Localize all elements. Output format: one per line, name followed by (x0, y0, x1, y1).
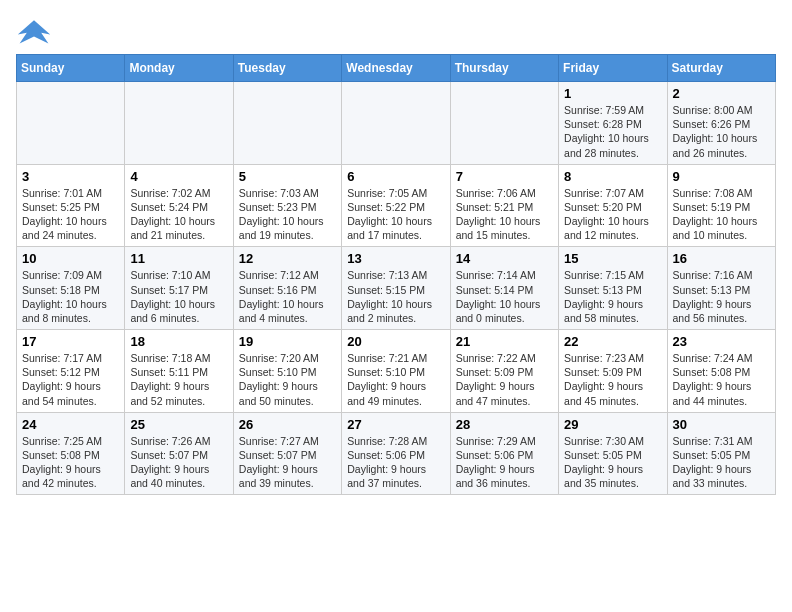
calendar-week-5: 24Sunrise: 7:25 AMSunset: 5:08 PMDayligh… (17, 412, 776, 495)
calendar-cell: 20Sunrise: 7:21 AMSunset: 5:10 PMDayligh… (342, 330, 450, 413)
calendar-cell: 3Sunrise: 7:01 AMSunset: 5:25 PMDaylight… (17, 164, 125, 247)
calendar-cell: 19Sunrise: 7:20 AMSunset: 5:10 PMDayligh… (233, 330, 341, 413)
day-detail: Sunrise: 7:08 AMSunset: 5:19 PMDaylight:… (673, 186, 770, 243)
logo (16, 16, 56, 46)
day-number: 23 (673, 334, 770, 349)
day-detail: Sunrise: 7:26 AMSunset: 5:07 PMDaylight:… (130, 434, 227, 491)
weekday-header-thursday: Thursday (450, 55, 558, 82)
calendar-cell: 1Sunrise: 7:59 AMSunset: 6:28 PMDaylight… (559, 82, 667, 165)
day-detail: Sunrise: 8:00 AMSunset: 6:26 PMDaylight:… (673, 103, 770, 160)
day-number: 12 (239, 251, 336, 266)
day-number: 19 (239, 334, 336, 349)
calendar-cell (233, 82, 341, 165)
calendar-header: SundayMondayTuesdayWednesdayThursdayFrid… (17, 55, 776, 82)
calendar-cell: 22Sunrise: 7:23 AMSunset: 5:09 PMDayligh… (559, 330, 667, 413)
day-number: 2 (673, 86, 770, 101)
weekday-header-row: SundayMondayTuesdayWednesdayThursdayFrid… (17, 55, 776, 82)
calendar-cell: 6Sunrise: 7:05 AMSunset: 5:22 PMDaylight… (342, 164, 450, 247)
weekday-header-wednesday: Wednesday (342, 55, 450, 82)
day-number: 18 (130, 334, 227, 349)
calendar-cell: 29Sunrise: 7:30 AMSunset: 5:05 PMDayligh… (559, 412, 667, 495)
calendar-cell: 16Sunrise: 7:16 AMSunset: 5:13 PMDayligh… (667, 247, 775, 330)
calendar-table: SundayMondayTuesdayWednesdayThursdayFrid… (16, 54, 776, 495)
day-number: 7 (456, 169, 553, 184)
page-header (16, 16, 776, 46)
day-detail: Sunrise: 7:09 AMSunset: 5:18 PMDaylight:… (22, 268, 119, 325)
day-detail: Sunrise: 7:18 AMSunset: 5:11 PMDaylight:… (130, 351, 227, 408)
calendar-cell: 10Sunrise: 7:09 AMSunset: 5:18 PMDayligh… (17, 247, 125, 330)
day-detail: Sunrise: 7:30 AMSunset: 5:05 PMDaylight:… (564, 434, 661, 491)
calendar-cell: 21Sunrise: 7:22 AMSunset: 5:09 PMDayligh… (450, 330, 558, 413)
svg-marker-0 (18, 20, 50, 43)
calendar-cell: 15Sunrise: 7:15 AMSunset: 5:13 PMDayligh… (559, 247, 667, 330)
calendar-cell: 11Sunrise: 7:10 AMSunset: 5:17 PMDayligh… (125, 247, 233, 330)
calendar-week-4: 17Sunrise: 7:17 AMSunset: 5:12 PMDayligh… (17, 330, 776, 413)
day-detail: Sunrise: 7:14 AMSunset: 5:14 PMDaylight:… (456, 268, 553, 325)
calendar-cell: 9Sunrise: 7:08 AMSunset: 5:19 PMDaylight… (667, 164, 775, 247)
day-detail: Sunrise: 7:25 AMSunset: 5:08 PMDaylight:… (22, 434, 119, 491)
calendar-cell (17, 82, 125, 165)
day-number: 11 (130, 251, 227, 266)
calendar-cell: 5Sunrise: 7:03 AMSunset: 5:23 PMDaylight… (233, 164, 341, 247)
day-detail: Sunrise: 7:02 AMSunset: 5:24 PMDaylight:… (130, 186, 227, 243)
day-detail: Sunrise: 7:16 AMSunset: 5:13 PMDaylight:… (673, 268, 770, 325)
day-detail: Sunrise: 7:27 AMSunset: 5:07 PMDaylight:… (239, 434, 336, 491)
day-number: 8 (564, 169, 661, 184)
day-detail: Sunrise: 7:24 AMSunset: 5:08 PMDaylight:… (673, 351, 770, 408)
calendar-week-1: 1Sunrise: 7:59 AMSunset: 6:28 PMDaylight… (17, 82, 776, 165)
calendar-week-2: 3Sunrise: 7:01 AMSunset: 5:25 PMDaylight… (17, 164, 776, 247)
day-number: 3 (22, 169, 119, 184)
day-detail: Sunrise: 7:29 AMSunset: 5:06 PMDaylight:… (456, 434, 553, 491)
day-detail: Sunrise: 7:06 AMSunset: 5:21 PMDaylight:… (456, 186, 553, 243)
calendar-cell: 26Sunrise: 7:27 AMSunset: 5:07 PMDayligh… (233, 412, 341, 495)
day-number: 1 (564, 86, 661, 101)
calendar-cell: 13Sunrise: 7:13 AMSunset: 5:15 PMDayligh… (342, 247, 450, 330)
calendar-cell: 28Sunrise: 7:29 AMSunset: 5:06 PMDayligh… (450, 412, 558, 495)
calendar-cell (125, 82, 233, 165)
day-detail: Sunrise: 7:03 AMSunset: 5:23 PMDaylight:… (239, 186, 336, 243)
day-number: 26 (239, 417, 336, 432)
calendar-cell: 30Sunrise: 7:31 AMSunset: 5:05 PMDayligh… (667, 412, 775, 495)
day-number: 5 (239, 169, 336, 184)
day-number: 13 (347, 251, 444, 266)
day-detail: Sunrise: 7:17 AMSunset: 5:12 PMDaylight:… (22, 351, 119, 408)
logo-icon (16, 16, 52, 46)
day-detail: Sunrise: 7:22 AMSunset: 5:09 PMDaylight:… (456, 351, 553, 408)
day-number: 25 (130, 417, 227, 432)
calendar-cell (342, 82, 450, 165)
day-number: 14 (456, 251, 553, 266)
calendar-cell: 8Sunrise: 7:07 AMSunset: 5:20 PMDaylight… (559, 164, 667, 247)
day-number: 22 (564, 334, 661, 349)
day-detail: Sunrise: 7:13 AMSunset: 5:15 PMDaylight:… (347, 268, 444, 325)
weekday-header-friday: Friday (559, 55, 667, 82)
day-detail: Sunrise: 7:28 AMSunset: 5:06 PMDaylight:… (347, 434, 444, 491)
calendar-week-3: 10Sunrise: 7:09 AMSunset: 5:18 PMDayligh… (17, 247, 776, 330)
day-detail: Sunrise: 7:20 AMSunset: 5:10 PMDaylight:… (239, 351, 336, 408)
day-number: 17 (22, 334, 119, 349)
day-number: 21 (456, 334, 553, 349)
calendar-cell: 18Sunrise: 7:18 AMSunset: 5:11 PMDayligh… (125, 330, 233, 413)
day-detail: Sunrise: 7:23 AMSunset: 5:09 PMDaylight:… (564, 351, 661, 408)
weekday-header-monday: Monday (125, 55, 233, 82)
day-detail: Sunrise: 7:59 AMSunset: 6:28 PMDaylight:… (564, 103, 661, 160)
calendar-cell: 4Sunrise: 7:02 AMSunset: 5:24 PMDaylight… (125, 164, 233, 247)
day-number: 15 (564, 251, 661, 266)
day-number: 30 (673, 417, 770, 432)
day-number: 4 (130, 169, 227, 184)
day-number: 28 (456, 417, 553, 432)
calendar-cell: 24Sunrise: 7:25 AMSunset: 5:08 PMDayligh… (17, 412, 125, 495)
day-number: 29 (564, 417, 661, 432)
calendar-cell: 7Sunrise: 7:06 AMSunset: 5:21 PMDaylight… (450, 164, 558, 247)
calendar-cell: 17Sunrise: 7:17 AMSunset: 5:12 PMDayligh… (17, 330, 125, 413)
day-number: 16 (673, 251, 770, 266)
day-number: 10 (22, 251, 119, 266)
calendar-cell: 12Sunrise: 7:12 AMSunset: 5:16 PMDayligh… (233, 247, 341, 330)
day-detail: Sunrise: 7:15 AMSunset: 5:13 PMDaylight:… (564, 268, 661, 325)
day-detail: Sunrise: 7:12 AMSunset: 5:16 PMDaylight:… (239, 268, 336, 325)
calendar-cell: 14Sunrise: 7:14 AMSunset: 5:14 PMDayligh… (450, 247, 558, 330)
calendar-cell: 23Sunrise: 7:24 AMSunset: 5:08 PMDayligh… (667, 330, 775, 413)
day-detail: Sunrise: 7:21 AMSunset: 5:10 PMDaylight:… (347, 351, 444, 408)
day-detail: Sunrise: 7:31 AMSunset: 5:05 PMDaylight:… (673, 434, 770, 491)
calendar-cell: 25Sunrise: 7:26 AMSunset: 5:07 PMDayligh… (125, 412, 233, 495)
day-number: 20 (347, 334, 444, 349)
